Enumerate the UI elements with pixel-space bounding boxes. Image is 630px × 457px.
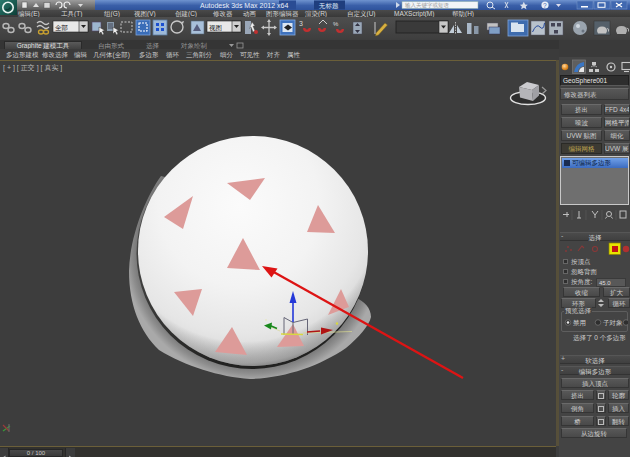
svg-text:?: ? (543, 2, 547, 9)
svg-text:[ + ] [ 正交 ] [ 真实 ]: [ + ] [ 正交 ] [ 真实 ] (3, 64, 62, 72)
svg-text:3: 3 (299, 20, 303, 27)
svg-text:全部: 全部 (55, 24, 68, 32)
svg-text:%: % (333, 21, 339, 27)
svg-text:视图: 视图 (209, 24, 222, 32)
svg-text:Autodesk 3ds Max 2012 x64: Autodesk 3ds Max 2012 x64 (200, 2, 288, 9)
svg-text:输入关键字或短语: 输入关键字或短语 (405, 2, 450, 9)
svg-text:无标题: 无标题 (319, 2, 339, 10)
